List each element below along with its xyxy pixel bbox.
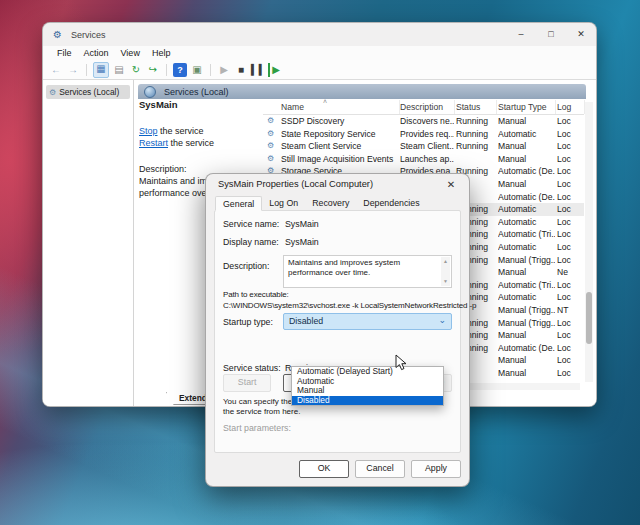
cell-startup: Automatic bbox=[498, 128, 555, 141]
dialog-title: SysMain Properties (Local Computer) bbox=[218, 179, 443, 189]
cell-desc: Launches ap... bbox=[400, 153, 454, 166]
list-view-icon[interactable]: ▤ bbox=[112, 63, 126, 77]
menu-view[interactable]: View bbox=[115, 48, 146, 58]
dialog-title-bar[interactable]: SysMain Properties (Local Computer) ✕ bbox=[206, 174, 469, 194]
cell-startup: Manual (Trigg... bbox=[498, 254, 555, 267]
vertical-scrollbar-thumb[interactable] bbox=[586, 292, 592, 344]
description-scrollbar[interactable]: ▲ ▼ bbox=[441, 257, 450, 286]
back-icon[interactable]: ← bbox=[49, 63, 63, 77]
column-header-status[interactable]: Status bbox=[456, 100, 497, 114]
cell-startup: Manual bbox=[498, 140, 555, 153]
stop-service-icon[interactable]: ■ bbox=[234, 63, 248, 77]
cell-name: SSDP Discovery bbox=[281, 115, 399, 128]
menu-action[interactable]: Action bbox=[78, 48, 115, 58]
cell-startup: Automatic bbox=[498, 291, 555, 304]
table-row[interactable]: ⚙State Repository ServiceProvides req...… bbox=[263, 128, 584, 141]
help-icon[interactable]: ? bbox=[173, 63, 187, 77]
maximize-button[interactable]: □ bbox=[536, 23, 566, 46]
general-tab-page: Service name: SysMain Display name: SysM… bbox=[214, 210, 461, 453]
display-name-value: SysMain bbox=[285, 237, 319, 247]
tree-node-label: Services (Local) bbox=[59, 87, 119, 97]
scroll-down-icon[interactable]: ▼ bbox=[443, 277, 448, 287]
column-header-name[interactable]: Name bbox=[281, 100, 400, 114]
dialog-description-label: Description: bbox=[223, 261, 269, 271]
apply-button[interactable]: Apply bbox=[411, 460, 461, 478]
menu-file[interactable]: File bbox=[51, 48, 78, 58]
restart-service-icon[interactable]: ▶ bbox=[268, 63, 282, 77]
mouse-cursor bbox=[395, 354, 408, 372]
pane-header: Services (Local) bbox=[138, 84, 586, 99]
column-header-description[interactable]: Description bbox=[400, 100, 455, 114]
stop-service-text: the service bbox=[158, 126, 204, 136]
dialog-close-icon[interactable]: ✕ bbox=[443, 179, 459, 190]
menu-help[interactable]: Help bbox=[146, 48, 177, 58]
title-bar[interactable]: ⚙ Services – □ ✕ bbox=[43, 23, 596, 46]
cancel-button[interactable]: Cancel bbox=[355, 460, 405, 478]
column-header-log[interactable]: Log bbox=[557, 100, 585, 114]
forward-icon[interactable]: → bbox=[66, 63, 80, 77]
refresh-icon[interactable]: ↻ bbox=[129, 63, 143, 77]
minimize-button[interactable]: – bbox=[506, 23, 536, 46]
cell-log: Loc bbox=[557, 153, 584, 166]
tab-dependencies[interactable]: Dependencies bbox=[356, 196, 426, 211]
cell-log: Loc bbox=[557, 329, 584, 342]
window-title: Services bbox=[71, 30, 506, 40]
console-tree-panel: ⚙ Services (Local) bbox=[43, 80, 134, 406]
cell-startup: Manual bbox=[498, 266, 555, 279]
cell-status: Running bbox=[456, 128, 496, 141]
properties-dialog: SysMain Properties (Local Computer) ✕ Ge… bbox=[205, 173, 470, 487]
chevron-down-icon: ⌄ bbox=[438, 313, 446, 327]
cell-startup: Manual bbox=[498, 329, 555, 342]
close-button[interactable]: ✕ bbox=[566, 23, 596, 46]
description-field[interactable]: Maintains and improves system performanc… bbox=[283, 255, 452, 288]
start-parameters-label: Start parameters: bbox=[223, 423, 291, 433]
service-name-value: SysMain bbox=[285, 219, 319, 229]
menu-bar: FileActionViewHelp bbox=[43, 46, 596, 60]
tab-recovery[interactable]: Recovery bbox=[305, 196, 356, 211]
stop-service-link[interactable]: Stop bbox=[139, 126, 158, 136]
table-row[interactable]: ⚙SSDP DiscoveryDiscovers ne...RunningMan… bbox=[263, 115, 584, 128]
cell-startup: Automatic (Tri... bbox=[498, 279, 555, 292]
restart-service-link[interactable]: Restart bbox=[139, 138, 168, 148]
cell-startup: Automatic bbox=[498, 203, 555, 216]
cell-startup: Automatic (De... bbox=[498, 191, 555, 204]
cell-log: Loc bbox=[557, 279, 584, 292]
startup-type-combobox[interactable]: Disabled ⌄ bbox=[283, 313, 452, 330]
dropdown-option[interactable]: Disabled bbox=[292, 396, 443, 406]
cell-startup: Manual (Trigg... bbox=[498, 304, 555, 317]
services-logo-icon bbox=[144, 86, 156, 98]
start-button[interactable]: Start bbox=[223, 374, 271, 392]
tab-log-on[interactable]: Log On bbox=[262, 196, 305, 211]
service-icon: ⚙ bbox=[267, 153, 274, 166]
cell-log: Loc bbox=[557, 342, 584, 355]
table-row[interactable]: ⚙Steam Client ServiceSteam Client...Runn… bbox=[263, 140, 584, 153]
column-header-startup-type[interactable]: Startup Type bbox=[498, 100, 556, 114]
display-name-label: Display name: bbox=[223, 237, 279, 247]
cell-log: Loc bbox=[557, 254, 584, 267]
start-service-icon[interactable]: ▶ bbox=[217, 63, 231, 77]
cell-log: Loc bbox=[557, 115, 584, 128]
path-value: C:\WINDOWS\system32\svchost.exe -k Local… bbox=[223, 301, 458, 310]
table-row[interactable]: ⚙Still Image Acquisition EventsLaunches … bbox=[263, 153, 584, 166]
startup-type-value: Disabled bbox=[289, 316, 323, 326]
cell-startup: Manual bbox=[498, 178, 555, 191]
cell-desc: Discovers ne... bbox=[400, 115, 454, 128]
pause-service-icon[interactable]: ▍▍ bbox=[251, 63, 265, 77]
tab-general[interactable]: General bbox=[215, 196, 262, 211]
sidebar-item-services-local[interactable]: ⚙ Services (Local) bbox=[46, 85, 130, 99]
show-console-tree-icon[interactable]: ▦ bbox=[93, 62, 109, 78]
vertical-scrollbar[interactable] bbox=[585, 102, 593, 382]
cell-log: Loc bbox=[557, 128, 584, 141]
properties-window-icon[interactable]: ▣ bbox=[190, 63, 204, 77]
toolbar-separator bbox=[166, 64, 167, 76]
cell-startup: Automatic (De... bbox=[498, 165, 555, 178]
cell-name: Still Image Acquisition Events bbox=[281, 153, 399, 166]
ok-button[interactable]: OK bbox=[299, 460, 349, 478]
dialog-buttons: OK Cancel Apply bbox=[299, 460, 461, 478]
scroll-up-icon[interactable]: ▲ bbox=[443, 257, 448, 267]
export-list-icon[interactable]: ↪ bbox=[146, 63, 160, 77]
cell-log: Loc bbox=[557, 140, 584, 153]
toolbar-separator bbox=[86, 64, 87, 76]
tree-node-icon: ⚙ bbox=[49, 88, 56, 97]
dialog-tabs: GeneralLog OnRecoveryDependencies bbox=[215, 196, 427, 211]
